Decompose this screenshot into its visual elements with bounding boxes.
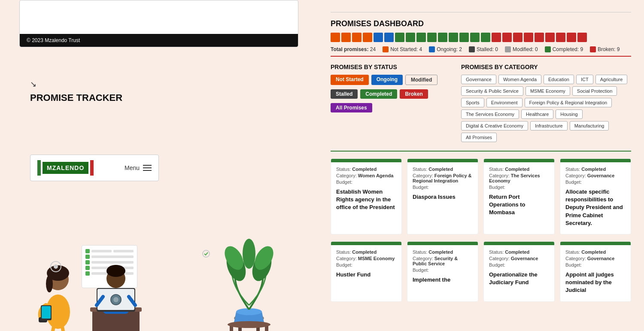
status-badges: Not Started Ongoing Modified Stalled Com…	[331, 75, 444, 112]
copyright-bar: © 2023 Mzalendo Trust	[20, 34, 298, 47]
cat-msme[interactable]: MSME Economy	[526, 86, 570, 96]
badge-ongoing[interactable]: Ongoing	[371, 75, 403, 85]
badge-completed[interactable]: Completed	[360, 89, 397, 99]
bar-completed-9	[481, 33, 490, 42]
bar-not-started	[331, 33, 340, 42]
card-2-title: Diaspora Issues	[413, 193, 473, 201]
cat-women-agenda[interactable]: Women Agenda	[498, 75, 541, 84]
card-4: Status: Completed Category: Governance B…	[560, 158, 631, 234]
bar-broken-2	[502, 33, 512, 42]
card-3-category: Category: The Services Economy	[489, 173, 549, 183]
card-8-category: Category: Governance	[565, 256, 626, 261]
bar-not-started-2	[341, 33, 351, 42]
svg-point-15	[113, 297, 118, 302]
badge-modified[interactable]: Modified	[405, 75, 437, 85]
card-8-budget: Budget:	[565, 262, 626, 267]
cat-housing[interactable]: Housing	[556, 109, 582, 119]
cat-digital[interactable]: Digital & Creative Economy	[461, 121, 528, 131]
cat-environment[interactable]: Environment	[486, 98, 522, 107]
status-section-title: PROMISES BY STATUS	[331, 64, 444, 70]
svg-point-30	[203, 250, 210, 257]
cat-infrastructure[interactable]: Infrastructure	[530, 121, 568, 131]
card-3-budget: Budget:	[489, 185, 549, 190]
cat-all-promises[interactable]: All Promises	[461, 133, 497, 142]
card-1-category: Category: Women Agenda	[336, 173, 396, 178]
bar-not-started-4	[363, 33, 372, 42]
cat-agriculture[interactable]: Agriculture	[595, 75, 628, 84]
menu-label: Menu	[125, 164, 140, 171]
male-person-illustration	[88, 245, 144, 331]
card-2: Status: Completed Category: Foreign Poli…	[407, 158, 478, 234]
logo-flag-red	[90, 160, 94, 176]
plant-illustration	[223, 232, 275, 331]
card-6-status: Status: Completed	[413, 249, 473, 255]
check-icon-decoration	[202, 249, 210, 258]
badge-all-promises[interactable]: All Promises	[331, 103, 372, 112]
cards-row-1: Status: Completed Category: Women Agenda…	[331, 158, 631, 234]
badge-stalled[interactable]: Stalled	[331, 89, 358, 99]
cat-education[interactable]: Education	[544, 75, 574, 84]
card-7-category: Category: Governance	[489, 256, 549, 261]
card-7-budget: Budget:	[489, 262, 549, 267]
bar-not-started-3	[352, 33, 361, 42]
red-divider	[331, 56, 631, 57]
cat-security-public[interactable]: Security & Public Service	[461, 86, 523, 96]
legend-completed: Completed: 9	[545, 46, 583, 52]
card-1: Status: Completed Category: Women Agenda…	[331, 158, 402, 234]
nav-bar: MZALENDO Menu	[30, 155, 159, 181]
card-6-title: Implement the	[413, 276, 473, 284]
cat-services-economy[interactable]: The Services Economy	[461, 109, 519, 119]
bar-broken-8	[567, 33, 576, 42]
badge-not-started[interactable]: Not Started	[331, 75, 369, 85]
card-1-title: Establish Women Rights agency in the off…	[336, 188, 396, 212]
cat-foreign-policy[interactable]: Foreign Policy & Regional Integration	[525, 98, 612, 107]
card-2-budget: Budget:	[413, 185, 473, 190]
promise-bar-strip	[331, 33, 631, 42]
card-5-status: Status: Completed	[336, 249, 396, 255]
legend-stalled: Stalled: 0	[469, 46, 498, 52]
card-6-category: Category: Security & Public Service	[413, 256, 473, 266]
cat-social-protection[interactable]: Social Protection	[572, 86, 617, 96]
cat-ict[interactable]: ICT	[576, 75, 593, 84]
left-panel: © 2023 Mzalendo Trust MZALENDO Menu ↘ PR…	[0, 0, 318, 331]
status-section: PROMISES BY STATUS Not Started Ongoing M…	[331, 64, 444, 142]
logo-area: MZALENDO	[37, 160, 94, 176]
legend-not-started: Not Started: 4	[383, 46, 422, 52]
card-7-status: Status: Completed	[489, 249, 549, 255]
card-6: Status: Completed Category: Security & P…	[407, 241, 478, 302]
card-8: Status: Completed Category: Governance B…	[560, 241, 631, 302]
badge-broken[interactable]: Broken	[400, 89, 428, 99]
bar-broken-7	[556, 33, 565, 42]
bar-completed-8	[470, 33, 480, 42]
bar-broken-1	[492, 33, 501, 42]
card-3: Status: Completed Category: The Services…	[483, 158, 555, 234]
green-divider	[331, 151, 631, 152]
bar-broken-4	[524, 33, 533, 42]
page-title: PROMISE TRACKER	[30, 92, 159, 103]
card-4-status: Status: Completed	[565, 167, 626, 172]
card-7: Status: Completed Category: Governance B…	[483, 241, 555, 302]
copyright-text: © 2023 Mzalendo Trust	[27, 37, 80, 43]
bar-broken-6	[545, 33, 555, 42]
card-5-category: Category: MSME Economy	[336, 256, 396, 261]
dashboard-section: PROMISES DASHBOARD	[331, 19, 631, 52]
menu-area[interactable]: Menu	[125, 164, 152, 171]
cat-sports[interactable]: Sports	[461, 98, 484, 107]
category-section: PROMISES BY CATEGORY Governance Women Ag…	[461, 64, 631, 142]
cat-healthcare[interactable]: Healthcare	[521, 109, 553, 119]
right-panel: PROMISES DASHBOARD	[318, 0, 644, 331]
bar-completed-2	[406, 33, 415, 42]
svg-point-29	[54, 264, 58, 269]
cat-governance[interactable]: Governance	[461, 75, 496, 84]
gear-icon-decoration	[49, 260, 62, 273]
dashboard-title: PROMISES DASHBOARD	[331, 19, 631, 28]
bar-completed-4	[427, 33, 437, 42]
arrow-icon: ↘	[30, 79, 159, 89]
logo-text[interactable]: MZALENDO	[43, 162, 88, 174]
svg-point-11	[106, 265, 125, 277]
svg-point-3	[46, 275, 53, 292]
card-8-title: Appoint all judges nominated by the Judi…	[565, 271, 626, 295]
hamburger-icon	[143, 165, 152, 171]
status-category-section: PROMISES BY STATUS Not Started Ongoing M…	[331, 64, 631, 142]
cat-manufacturing[interactable]: Manufacturing	[570, 121, 609, 131]
